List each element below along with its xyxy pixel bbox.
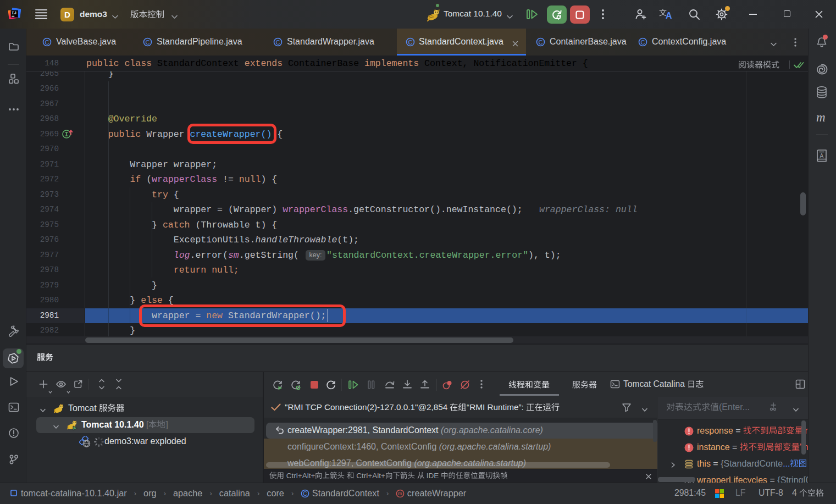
svg-text:C: C [408,39,413,46]
svg-text:A: A [820,153,824,159]
svg-text:C: C [45,39,49,46]
svg-text:C: C [303,491,308,497]
svg-text:C: C [276,39,280,46]
svg-text:C: C [146,39,150,46]
svg-text:C: C [641,39,645,46]
svg-text:m: m [398,490,402,496]
svg-text:C: C [539,39,543,46]
svg-text:IJ: IJ [12,11,16,15]
